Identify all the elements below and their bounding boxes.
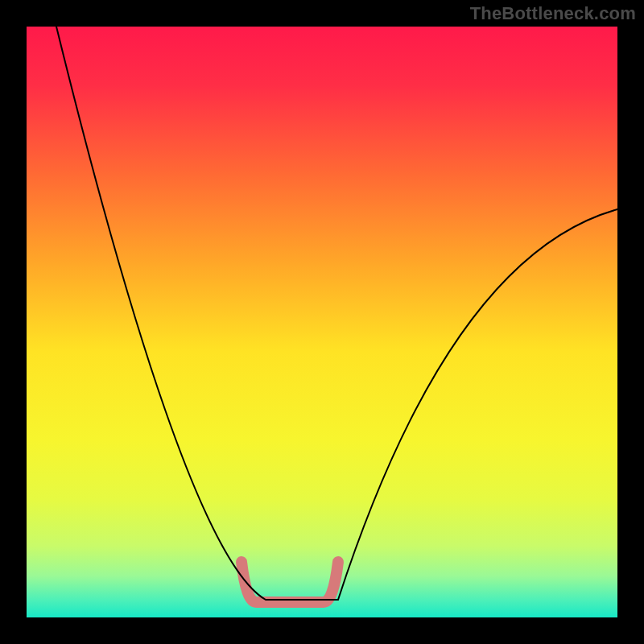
bottleneck-chart [0,0,644,644]
watermark-text: TheBottleneck.com [470,3,636,24]
plot-background [27,27,617,617]
chart-frame: TheBottleneck.com [0,0,644,644]
